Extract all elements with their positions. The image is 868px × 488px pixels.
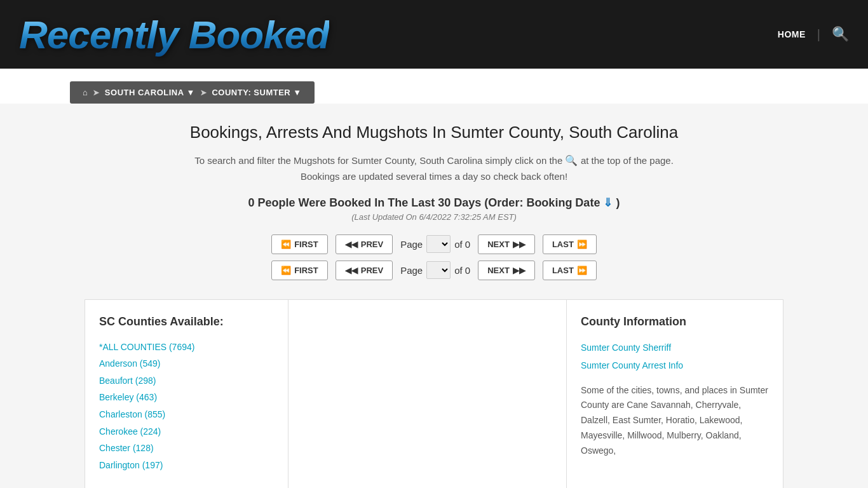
next-icon-top: ▶▶ [513,240,526,249]
prev-label-bottom: PREV [361,266,383,275]
breadcrumb-chevron-2: ➤ [200,88,207,97]
page-info-top: Page of 0 [400,235,470,253]
page-info-bottom: Page of 0 [400,261,470,279]
page-label-top: Page [400,239,423,250]
of-label-top: of 0 [454,239,470,250]
home-nav-link[interactable]: HOME [778,29,806,39]
county-info-description: Some of the cities, towns, and places in… [581,383,769,459]
booking-count-close-paren: ) [616,196,620,209]
county-links-list: *ALL COUNTIES (7694) Anderson (549) Beau… [99,339,274,474]
first-icon-top: ⏪ [281,240,291,249]
desc-line3: Bookings are updated several times a day… [301,171,567,182]
pagination-bottom: ⏪ FIRST ◀◀ PREV Page of 0 NEXT ▶▶ LAST ⏩ [85,261,783,280]
home-icon: ⌂ [83,88,88,97]
first-icon-bottom: ⏪ [281,266,291,275]
page-title: Bookings, Arrests And Mugshots In Sumter… [85,123,783,142]
sort-icon[interactable]: ⇓ [603,196,613,209]
first-label-bottom: FIRST [294,266,318,275]
breadcrumb: ⌂ ➤ SOUTH CAROLINA ▼ ➤ COUNTY: SUMTER ▼ [70,81,315,104]
county-info-title: County Information [581,315,769,329]
county-link-anderson[interactable]: Anderson (549) [99,355,274,372]
county-link-all[interactable]: *ALL COUNTIES (7694) [99,339,274,356]
description-paragraph: To search and filter the Mugshots for Su… [85,152,783,184]
booking-count-text: 0 People Were Booked In The Last 30 Days… [248,196,600,209]
breadcrumb-state-dropdown[interactable]: SOUTH CAROLINA ▼ [105,88,195,97]
page-select-bottom[interactable] [426,261,451,279]
prev-button-bottom[interactable]: ◀◀ PREV [336,261,393,280]
next-label-top: NEXT [487,240,510,249]
last-label-top: LAST [552,240,574,249]
pagination-top: ⏪ FIRST ◀◀ PREV Page of 0 NEXT ▶▶ LAST ⏩ [85,234,783,254]
sc-counties-title: SC Counties Available: [99,315,274,329]
county-link-darlington[interactable]: Darlington (197) [99,457,274,474]
last-label-bottom: LAST [552,266,574,275]
next-icon-bottom: ▶▶ [513,266,526,275]
first-button-top[interactable]: ⏪ FIRST [271,234,328,254]
county-info-panel: County Information Sumter County Sherrif… [567,300,783,488]
middle-panel [288,300,567,488]
county-link-cherokee[interactable]: Cherokee (224) [99,423,274,440]
bottom-info-grid: SC Counties Available: *ALL COUNTIES (76… [85,299,783,488]
county-link-berkeley[interactable]: Berkeley (463) [99,389,274,406]
county-link-beaufort[interactable]: Beaufort (298) [99,372,274,390]
first-button-bottom[interactable]: ⏪ FIRST [271,261,328,280]
of-label-bottom: of 0 [454,265,470,276]
last-icon-bottom: ⏩ [577,266,587,275]
sc-counties-panel: SC Counties Available: *ALL COUNTIES (76… [85,300,288,488]
page-label-bottom: Page [400,265,423,276]
arrest-info-link[interactable]: Sumter County Arrest Info [581,356,769,374]
prev-icon-top: ◀◀ [345,240,358,249]
page-select-top[interactable] [426,235,451,253]
desc-line2: at the top of the page. [581,155,674,166]
last-button-top[interactable]: LAST ⏩ [543,234,597,254]
booking-count: 0 People Were Booked In The Last 30 Days… [85,196,783,210]
breadcrumb-state-label: SOUTH CAROLINA [105,88,184,97]
search-icon: 🔍 [832,26,849,42]
first-label-top: FIRST [294,240,318,249]
breadcrumb-home-link[interactable]: ⌂ [83,88,88,97]
breadcrumb-county-dropdown[interactable]: COUNTY: SUMTER ▼ [212,88,301,97]
prev-icon-bottom: ◀◀ [345,266,358,275]
nav-divider: | [817,27,820,42]
county-link-chester[interactable]: Chester (128) [99,440,274,457]
desc-line1: To search and filter the Mugshots for Su… [194,155,562,166]
breadcrumb-county-caret: ▼ [293,88,301,97]
next-label-bottom: NEXT [487,266,510,275]
next-button-bottom[interactable]: NEXT ▶▶ [478,261,535,280]
site-logo: Recently Booked [19,12,329,57]
inline-search-icon: 🔍 [565,155,580,166]
sherriff-link[interactable]: Sumter County Sherriff [581,339,769,356]
county-link-charleston[interactable]: Charleston (855) [99,406,274,423]
last-updated-text: (Last Updated On 6/4/2022 7:32:25 AM EST… [85,212,783,222]
search-icon-button[interactable]: 🔍 [832,26,849,43]
next-button-top[interactable]: NEXT ▶▶ [478,234,535,254]
last-icon-top: ⏩ [577,240,587,249]
prev-button-top[interactable]: ◀◀ PREV [336,234,393,254]
last-button-bottom[interactable]: LAST ⏩ [543,261,597,280]
main-content: Bookings, Arrests And Mugshots In Sumter… [72,123,796,488]
breadcrumb-chevron-1: ➤ [93,88,100,97]
breadcrumb-county-label: COUNTY: SUMTER [212,88,290,97]
header-navigation: HOME | 🔍 [778,26,849,43]
breadcrumb-state-caret: ▼ [187,88,195,97]
prev-label-top: PREV [361,240,383,249]
site-header: Recently Booked HOME | 🔍 [0,0,868,69]
